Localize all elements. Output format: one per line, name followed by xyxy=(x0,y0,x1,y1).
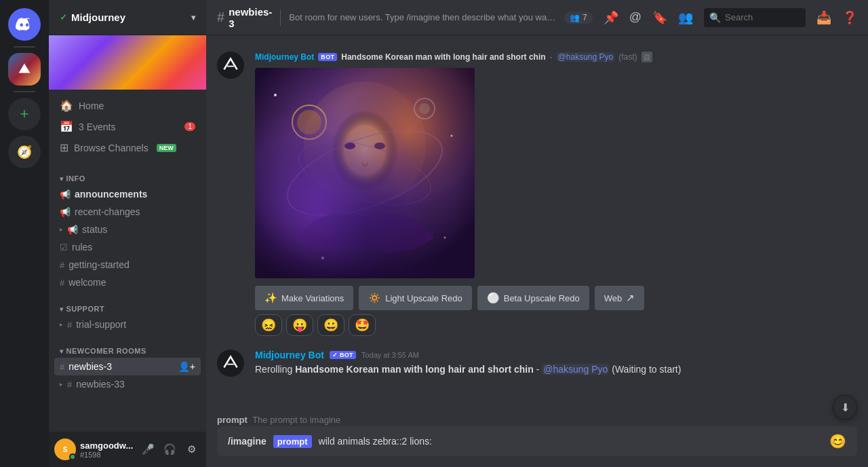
headphones-button[interactable]: 🎧 xyxy=(160,440,179,459)
info-section: ▾ INFO 📢 announcements 📢 recent-changes … xyxy=(54,164,201,291)
channel-status[interactable]: ▸ 📢 status xyxy=(54,221,201,238)
light-upscale-redo-button[interactable]: 🔅 Light Upscale Redo xyxy=(359,286,471,310)
file-icon[interactable]: 🖼 xyxy=(642,52,652,62)
server-name: Midjourney xyxy=(71,12,125,23)
channel-hash-icon: # xyxy=(217,10,224,25)
svg-point-11 xyxy=(277,113,453,233)
discord-home-button[interactable] xyxy=(8,8,41,41)
search-icon: 🔍 xyxy=(709,12,721,23)
channel-recent-changes[interactable]: 📢 recent-changes xyxy=(54,203,201,221)
message-2-avatar xyxy=(217,350,244,377)
inline-username: Midjourney Bot xyxy=(255,52,314,62)
message-2-time: Today at 3:55 AM xyxy=(361,351,419,359)
rerolling-mention[interactable]: @haksung Pyo xyxy=(542,364,609,375)
help-button[interactable]: ❓ xyxy=(842,10,857,25)
members-list-button[interactable]: 👥 xyxy=(678,10,693,25)
channel-newbies-3[interactable]: # newbies-3 👤+ xyxy=(54,358,201,375)
emoji-button[interactable]: 😊 xyxy=(829,433,846,449)
prompt-description: The prompt to imagine xyxy=(252,415,340,425)
svg-point-15 xyxy=(321,257,324,259)
message-input[interactable] xyxy=(319,436,823,447)
channel-name-header: # newbies-3 xyxy=(217,6,272,29)
member-count-badge: 👥 7 xyxy=(564,12,593,24)
add-server-button[interactable]: + xyxy=(8,98,41,130)
info-section-header[interactable]: ▾ INFO xyxy=(54,164,201,185)
channel-welcome[interactable]: # welcome xyxy=(54,274,201,291)
support-section-header[interactable]: ▾ SUPPORT xyxy=(54,294,201,316)
reaction-1[interactable]: 😛 xyxy=(286,314,313,336)
hash-icon-5: # xyxy=(67,379,72,390)
make-variations-button[interactable]: ✨ Make Variations xyxy=(255,286,353,310)
message-2-username[interactable]: Midjourney Bot xyxy=(255,350,324,360)
sidebar-navigation: 🏠 Home 📅 3 Events 1 ⊞ Browse Channels NE… xyxy=(49,90,206,164)
scroll-down-icon: ⬇ xyxy=(841,401,850,414)
scroll-to-bottom-button[interactable]: ⬇ xyxy=(833,395,857,419)
server-header[interactable]: ✓ Midjourney ▾ xyxy=(49,0,206,35)
web-button[interactable]: Web ↗ xyxy=(595,286,645,310)
newbies33-sub-chevron: ▸ xyxy=(60,381,63,388)
reaction-2[interactable]: 😀 xyxy=(317,314,344,336)
inline-mention[interactable]: @haksung Pyo xyxy=(557,52,615,62)
channel-newbies-3-label: newbies-3 xyxy=(68,361,112,372)
pin-button[interactable]: 📌 xyxy=(604,10,618,25)
channel-list: ▾ INFO 📢 announcements 📢 recent-changes … xyxy=(49,164,206,432)
user-info: samgoodw... #1598 xyxy=(80,441,134,459)
favorites-button[interactable]: 🔖 xyxy=(652,10,667,25)
search-input[interactable] xyxy=(725,12,800,22)
discover-servers-button[interactable]: 🧭 xyxy=(8,136,41,168)
svg-point-8 xyxy=(297,110,321,134)
beta-upscale-redo-button[interactable]: ⚪ Beta Upscale Redo xyxy=(477,286,589,310)
rules-icon: ☑ xyxy=(60,242,68,253)
svg-point-9 xyxy=(414,98,435,119)
waiting-text: (Waiting to start) xyxy=(612,364,681,375)
trial-sub-chevron: ▸ xyxy=(60,321,63,328)
channel-rules[interactable]: ☑ rules xyxy=(54,238,201,256)
sidebar-item-home[interactable]: 🏠 Home xyxy=(54,95,201,116)
chat-input-area: /imagine prompt 😊 xyxy=(206,426,868,467)
settings-button[interactable]: ⚙ xyxy=(182,440,201,459)
inbox-button[interactable]: 📥 xyxy=(816,10,831,25)
megaphone-icon: 📢 xyxy=(60,189,71,200)
channel-description: Bot room for new users. Type /imagine th… xyxy=(289,12,556,22)
newcomer-section-header[interactable]: ▾ NEWCOMER ROOMS xyxy=(54,336,201,358)
newcomer-section: ▾ NEWCOMER ROOMS # newbies-3 👤+ ▸ # newb… xyxy=(54,336,201,393)
sidebar-item-browse[interactable]: ⊞ Browse Channels NEW xyxy=(54,137,201,158)
microphone-button[interactable]: 🎤 xyxy=(138,440,157,459)
svg-point-10 xyxy=(419,103,430,114)
search-box[interactable]: 🔍 xyxy=(704,8,806,27)
add-member-icon[interactable]: 👤+ xyxy=(178,361,195,372)
svg-point-5 xyxy=(344,143,355,149)
hash-icon-1: # xyxy=(60,260,64,270)
rerolling-dash: - xyxy=(536,364,542,375)
generated-image-container xyxy=(255,68,475,278)
support-section: ▾ SUPPORT ▸ # trial-support xyxy=(54,294,201,333)
svg-rect-2 xyxy=(255,68,475,278)
new-badge: NEW xyxy=(157,144,176,152)
main-content: # newbies-3 Bot room for new users. Type… xyxy=(206,0,868,467)
avatar: S xyxy=(54,438,76,460)
mention-button[interactable]: @ xyxy=(629,10,642,24)
chat-input-wrapper[interactable]: /imagine prompt 😊 xyxy=(217,426,857,456)
browse-label: Browse Channels xyxy=(74,143,149,153)
sidebar-item-events[interactable]: 📅 3 Events 1 xyxy=(54,116,201,137)
prompt-tag: prompt xyxy=(273,435,312,448)
newcomer-chevron: ▾ xyxy=(60,348,64,355)
midjourney-server-icon[interactable] xyxy=(8,53,41,86)
channel-announcements-label: announcements xyxy=(75,189,147,200)
channel-getting-started[interactable]: # getting-started xyxy=(54,256,201,274)
channel-newbies-33[interactable]: ▸ # newbies-33 xyxy=(54,375,201,393)
browse-icon: ⊞ xyxy=(60,141,68,154)
beta-upscale-icon: ⚪ xyxy=(487,292,500,304)
channel-announcements[interactable]: 📢 announcements xyxy=(54,185,201,203)
reaction-3[interactable]: 🤩 xyxy=(349,314,376,336)
header-actions: 👥 7 📌 @ 🔖 👥 🔍 📥 ❓ xyxy=(564,8,857,27)
inline-prompt-text: Handsome Korean man with long hair and s… xyxy=(341,52,545,62)
svg-point-16 xyxy=(444,237,446,239)
megaphone-icon-2: 📢 xyxy=(60,207,71,217)
reaction-0[interactable]: 😖 xyxy=(255,314,282,336)
channel-trial-support[interactable]: ▸ # trial-support xyxy=(54,316,201,333)
server-rail: + 🧭 xyxy=(0,0,49,467)
message-1: Midjourney Bot BOT Handsome Korean man w… xyxy=(217,46,857,339)
variations-icon: ✨ xyxy=(264,292,277,304)
user-status-indicator xyxy=(69,453,76,460)
